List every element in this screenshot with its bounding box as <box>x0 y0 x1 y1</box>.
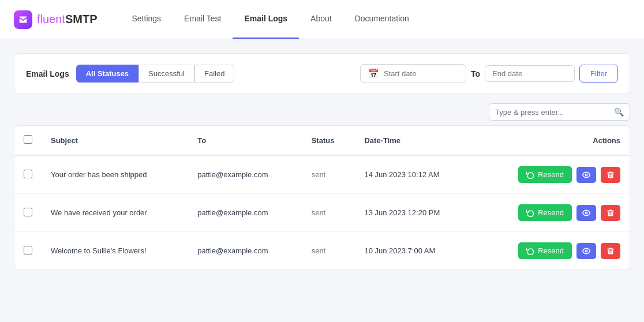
select-all-checkbox[interactable] <box>24 135 32 144</box>
resend-button-0[interactable]: Resend <box>518 166 572 183</box>
end-date-input[interactable] <box>492 69 567 78</box>
logo-icon <box>14 10 32 29</box>
status-successful[interactable]: Successful <box>138 65 194 83</box>
status-all[interactable]: All Statuses <box>76 65 138 83</box>
start-date-wrap: 📅 <box>360 64 466 83</box>
delete-button-2[interactable] <box>601 243 620 259</box>
row-subject-2: Welcome to Sullie's Flowers! <box>42 232 188 270</box>
row-to-2: pattie@example.com <box>188 232 302 270</box>
row-checkbox-cell-0 <box>14 155 42 194</box>
search-icon: 🔍 <box>614 107 624 117</box>
nav-email-test[interactable]: Email Test <box>173 0 233 39</box>
table-row: Your order has been shipped pattie@examp… <box>14 155 630 194</box>
row-checkbox-cell-1 <box>14 194 42 232</box>
search-input[interactable] <box>495 108 611 117</box>
status-header: Status <box>302 126 355 155</box>
row-actions-2: Resend <box>475 232 630 270</box>
logo-text: fluentSMTP <box>37 13 98 26</box>
email-logs-table: Subject To Status Date-Time Actions Your… <box>14 125 630 270</box>
nav-links: Settings Email Test Email Logs About Doc… <box>121 0 421 39</box>
row-checkbox-cell-2 <box>14 232 42 270</box>
row-checkbox-2[interactable] <box>24 246 32 254</box>
nav-bar: fluentSMTP Settings Email Test Email Log… <box>0 0 644 39</box>
delete-button-1[interactable] <box>601 205 620 221</box>
view-button-1[interactable] <box>576 205 596 221</box>
page-title: Email Logs <box>26 69 69 78</box>
nav-settings[interactable]: Settings <box>121 0 173 39</box>
nav-email-logs[interactable]: Email Logs <box>233 0 299 39</box>
resend-button-1[interactable]: Resend <box>518 204 572 221</box>
table-row: Welcome to Sullie's Flowers! pattie@exam… <box>14 232 630 270</box>
to-label: To <box>471 69 480 78</box>
view-button-2[interactable] <box>576 243 596 259</box>
select-all-header <box>14 126 42 155</box>
svg-point-1 <box>585 212 587 214</box>
to-header: To <box>188 126 302 155</box>
date-range: 📅 To Filter <box>360 64 618 83</box>
status-buttons: All Statuses Successful Failed <box>76 65 235 83</box>
row-status-2: sent <box>302 232 355 270</box>
logo: fluentSMTP <box>14 10 98 29</box>
svg-point-2 <box>585 250 587 252</box>
datetime-header: Date-Time <box>355 126 475 155</box>
filter-bar: Email Logs All Statuses Successful Faile… <box>14 53 630 94</box>
calendar-icon: 📅 <box>368 68 379 79</box>
row-actions-1: Resend <box>475 194 630 232</box>
row-to-0: pattie@example.com <box>188 155 302 194</box>
start-date-input[interactable] <box>384 69 459 78</box>
nav-about[interactable]: About <box>299 0 343 39</box>
resend-button-2[interactable]: Resend <box>518 242 572 259</box>
table-header-row: Subject To Status Date-Time Actions <box>14 126 630 155</box>
delete-button-0[interactable] <box>601 167 620 183</box>
actions-header: Actions <box>475 126 630 155</box>
table-row: We have received your order pattie@examp… <box>14 194 630 232</box>
row-datetime-2: 10 Jun 2023 7:00 AM <box>355 232 475 270</box>
row-checkbox-1[interactable] <box>24 208 32 216</box>
row-datetime-0: 14 Jun 2023 10:12 AM <box>355 155 475 194</box>
row-subject-1: We have received your order <box>42 194 188 232</box>
row-actions-0: Resend <box>475 155 630 194</box>
nav-documentation[interactable]: Documentation <box>343 0 421 39</box>
row-status-0: sent <box>302 155 355 194</box>
end-date-wrap <box>485 65 575 82</box>
row-checkbox-0[interactable] <box>24 170 32 178</box>
row-status-1: sent <box>302 194 355 232</box>
main-content: Email Logs All Statuses Successful Faile… <box>0 39 644 284</box>
filter-button[interactable]: Filter <box>579 65 618 83</box>
search-row: 🔍 <box>14 103 630 121</box>
subject-header: Subject <box>42 126 188 155</box>
row-subject-0: Your order has been shipped <box>42 155 188 194</box>
row-datetime-1: 13 Jun 2023 12:20 PM <box>355 194 475 232</box>
status-failed[interactable]: Failed <box>194 65 234 83</box>
svg-point-0 <box>585 174 587 176</box>
search-wrap: 🔍 <box>489 103 630 121</box>
row-to-1: pattie@example.com <box>188 194 302 232</box>
view-button-0[interactable] <box>576 167 596 183</box>
